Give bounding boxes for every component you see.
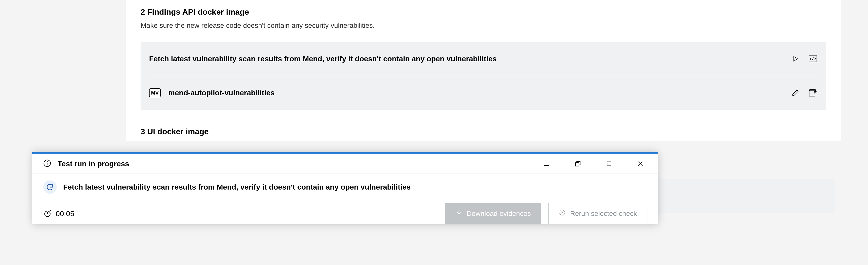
download-evidences-button[interactable]: Download evidences	[445, 203, 541, 224]
section-3-title: 3 UI docker image	[141, 127, 826, 136]
svg-rect-10	[576, 163, 579, 166]
window-controls	[542, 159, 645, 168]
svg-marker-20	[561, 211, 563, 213]
rerun-icon	[559, 209, 566, 218]
section-index: 2	[141, 7, 145, 16]
test-run-panel: Test run in progress	[32, 152, 658, 224]
running-check-label: Fetch latest vulnerability scan results …	[63, 183, 411, 191]
run-check-button[interactable]	[790, 54, 800, 64]
edit-autopilot-button[interactable]	[790, 88, 800, 98]
section-name: Findings API docker image	[147, 7, 249, 16]
check-block: Fetch latest vulnerability scan results …	[141, 42, 826, 110]
minimize-button[interactable]	[542, 159, 551, 168]
check-title-row: Fetch latest vulnerability scan results …	[149, 42, 818, 76]
download-label: Download evidences	[467, 210, 531, 218]
svg-rect-11	[607, 162, 611, 166]
section-2-title: 2 Findings API docker image	[141, 7, 826, 16]
section-index: 3	[141, 127, 145, 136]
panel-status-title: Test run in progress	[58, 160, 129, 168]
check-title: Fetch latest vulnerability scan results …	[149, 55, 783, 63]
info-icon	[43, 159, 51, 168]
svg-point-8	[47, 162, 48, 162]
rerun-label: Rerun selected check	[570, 210, 637, 218]
svg-point-14	[45, 211, 51, 217]
timer-value: 00:05	[56, 209, 74, 218]
autopilot-row: MV mend-autopilot-vulnerabilities	[149, 76, 818, 110]
timer: 00:05	[43, 209, 74, 218]
running-check-row: Fetch latest vulnerability scan results …	[32, 173, 658, 194]
close-button[interactable]	[636, 159, 645, 168]
restore-down-button[interactable]	[574, 159, 582, 168]
section-name: UI docker image	[147, 127, 209, 136]
view-code-button[interactable]	[808, 54, 818, 64]
download-icon	[456, 209, 462, 218]
svg-line-2	[812, 57, 814, 60]
add-module-button[interactable]	[808, 88, 818, 98]
spinner-icon	[43, 180, 57, 194]
stopwatch-icon	[43, 209, 52, 218]
autopilot-badge-icon: MV	[149, 88, 161, 97]
maximize-button[interactable]	[605, 159, 614, 168]
svg-marker-0	[794, 57, 798, 61]
main-content: 2 Findings API docker image Make sure th…	[126, 0, 841, 141]
rerun-check-button[interactable]: Rerun selected check	[548, 203, 647, 224]
panel-actions-row: 00:05 Download evidences Rerun selected …	[32, 194, 658, 224]
section-2-description: Make sure the new release code doesn't c…	[141, 22, 826, 30]
panel-header: Test run in progress	[32, 154, 658, 173]
svg-line-17	[50, 210, 51, 211]
autopilot-name: mend-autopilot-vulnerabilities	[168, 89, 783, 97]
